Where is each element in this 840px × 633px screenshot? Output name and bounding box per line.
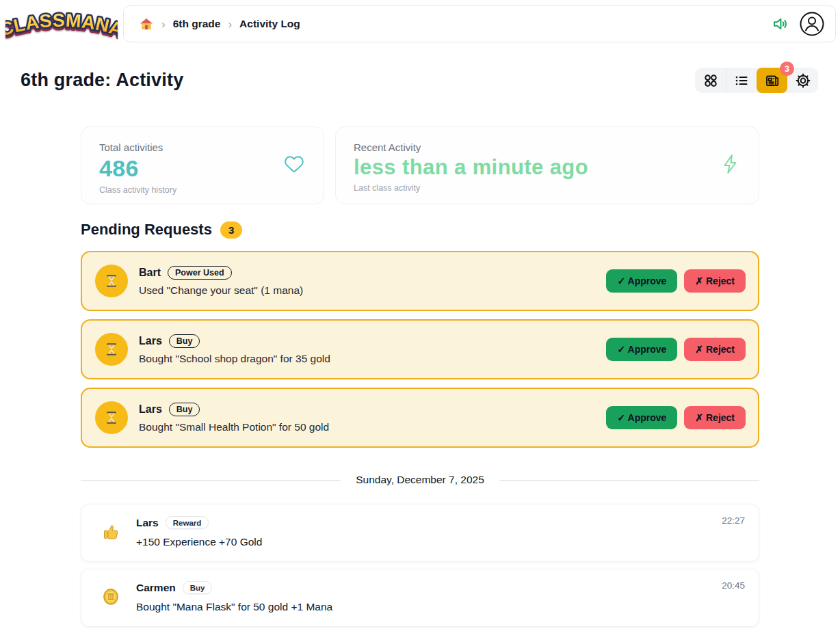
profile-button[interactable] (800, 12, 824, 36)
pending-request-card: Lars Buy Bought "Small Health Potion" fo… (81, 388, 759, 448)
breadcrumb: › 6th grade › Activity Log (139, 17, 300, 31)
reject-button[interactable]: ✗ Reject (684, 269, 746, 293)
top-bar: CLASSMANA › 6th grade › Activity Log (5, 4, 836, 44)
svg-text:CLASSMANA: CLASSMANA (5, 10, 118, 40)
pending-requests-list: Bart Power Used Used "Change your seat" … (81, 251, 759, 448)
classmana-logo[interactable]: CLASSMANA (5, 4, 122, 44)
breadcrumb-item-grade[interactable]: 6th grade (173, 18, 221, 30)
request-description: Bought "Small Health Potion" for 50 gold (139, 421, 329, 433)
activity-log-page: CLASSMANA › 6th grade › Activity Log (0, 0, 840, 633)
activity-log-list: Lars Reward +150 Experience +70 Gold 22:… (81, 504, 759, 627)
total-activities-value: 486 (99, 155, 306, 182)
list-view-button[interactable] (726, 68, 757, 93)
breadcrumb-separator: › (228, 18, 232, 30)
feed-icon (764, 72, 780, 89)
student-name: Lars (139, 403, 162, 416)
total-activities-label: Total activities (99, 142, 306, 153)
hourglass-icon (95, 265, 128, 297)
activity-entry-content: Carmen Buy Bought "Mana Flask" for 50 go… (136, 581, 745, 613)
request-type-badge: Power Used (168, 266, 232, 280)
home-icon[interactable] (139, 17, 154, 31)
breadcrumb-item-activity-log[interactable]: Activity Log (239, 18, 300, 30)
request-type-badge: Buy (169, 334, 200, 348)
thumbs-up-icon (102, 523, 120, 543)
activity-log-entry: Lars Reward +150 Experience +70 Gold 22:… (81, 504, 759, 562)
activity-time: 20:45 (722, 580, 745, 591)
request-description: Used "Change your seat" (1 mana) (139, 284, 303, 297)
date-divider-label: Sunday, December 7, 2025 (356, 474, 484, 486)
request-actions: ✓ Approve ✗ Reject (606, 338, 746, 361)
request-actions: ✓ Approve ✗ Reject (606, 269, 746, 293)
student-name: Carmen (136, 582, 176, 594)
activity-log-entry: Carmen Buy Bought "Mana Flask" for 50 go… (81, 569, 759, 627)
sound-button[interactable] (772, 16, 789, 32)
total-activities-sub: Class activity history (99, 185, 306, 195)
header-card: › 6th grade › Activity Log (123, 5, 836, 42)
student-name: Lars (136, 517, 159, 529)
hourglass-icon (95, 333, 128, 366)
pending-requests-header: Pending Requests 3 (81, 221, 242, 239)
total-activities-card: Total activities 486 Class activity hist… (81, 126, 324, 204)
page-title: 6th grade: Activity (21, 70, 183, 91)
activity-type-badge: Buy (183, 581, 213, 594)
reject-button[interactable]: ✗ Reject (684, 406, 746, 429)
title-row: 6th grade: Activity (21, 68, 818, 93)
pending-request-content: Lars Buy Bought "Small Health Potion" fo… (139, 403, 329, 433)
approve-button[interactable]: ✓ Approve (606, 269, 677, 293)
request-type-badge: Buy (169, 403, 200, 416)
reject-button[interactable]: ✗ Reject (684, 338, 746, 361)
speaker-icon (772, 16, 789, 32)
pending-requests-title: Pending Requests (81, 221, 212, 239)
lightning-icon (722, 154, 739, 177)
header-actions (772, 12, 824, 36)
grid-view-button[interactable] (695, 68, 726, 93)
user-avatar-icon (800, 12, 824, 36)
activity-description: +150 Experience +70 Gold (136, 536, 745, 548)
pending-count-badge: 3 (220, 221, 242, 239)
classmana-logo-icon: CLASSMANA (5, 4, 118, 44)
activity-entry-content: Lars Reward +150 Experience +70 Gold (136, 516, 745, 548)
pending-request-card: Lars Buy Bought "School shop dragon" for… (81, 319, 759, 379)
gear-icon (795, 72, 811, 89)
recent-activity-label: Recent Activity (354, 142, 741, 153)
recent-activity-card: Recent Activity less than a minute ago L… (335, 126, 759, 204)
activity-time: 22:27 (722, 515, 745, 526)
list-icon (733, 72, 750, 89)
coin-icon (102, 588, 120, 608)
heart-icon (284, 154, 304, 176)
student-name: Bart (139, 267, 161, 279)
feed-count-badge: 3 (780, 62, 794, 76)
breadcrumb-separator: › (161, 18, 166, 30)
hourglass-icon (95, 401, 128, 434)
request-description: Bought "School shop dragon" for 35 gold (139, 353, 330, 365)
pending-request-card: Bart Power Used Used "Change your seat" … (81, 251, 759, 311)
stats-row: Total activities 486 Class activity hist… (81, 126, 759, 204)
pending-request-content: Lars Buy Bought "School shop dragon" for… (139, 334, 330, 365)
divider-line (81, 480, 341, 481)
divider-line (499, 480, 759, 481)
student-name: Lars (139, 335, 162, 347)
date-divider: Sunday, December 7, 2025 (81, 474, 759, 486)
recent-activity-value: less than a minute ago (354, 155, 741, 180)
view-toggle: 3 (695, 68, 818, 93)
activity-type-badge: Reward (166, 516, 209, 529)
activity-description: Bought "Mana Flask" for 50 gold +1 Mana (136, 601, 745, 613)
request-actions: ✓ Approve ✗ Reject (606, 406, 746, 429)
pending-request-content: Bart Power Used Used "Change your seat" … (139, 266, 303, 297)
approve-button[interactable]: ✓ Approve (606, 406, 677, 429)
approve-button[interactable]: ✓ Approve (606, 338, 677, 361)
grid-icon (703, 72, 719, 89)
recent-activity-sub: Last class activity (354, 183, 741, 193)
